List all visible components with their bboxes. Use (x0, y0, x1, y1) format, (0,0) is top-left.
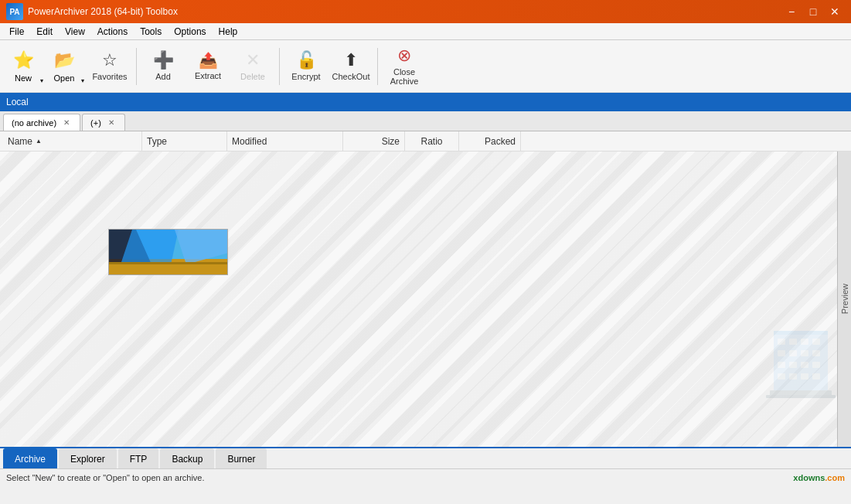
col-packed-label: Packed (485, 136, 516, 147)
svg-rect-11 (812, 339, 820, 345)
svg-rect-9 (789, 339, 797, 345)
tab-row: (no archive) ✕ (+) ✕ (0, 111, 851, 131)
thumbnail-image (108, 229, 228, 275)
tab-no-archive[interactable]: (no archive) ✕ (3, 114, 80, 131)
column-headers: Name ▲ Type Modified Size Ratio Packed (0, 131, 851, 152)
col-header-size[interactable]: Size (343, 131, 405, 151)
close-archive-label: Close Archive (383, 67, 426, 86)
title-bar-controls: − □ ✕ (781, 4, 845, 19)
bottom-tab-ftp[interactable]: FTP (118, 448, 159, 468)
new-label: New (15, 73, 32, 83)
col-header-modified[interactable]: Modified (227, 131, 343, 151)
svg-rect-22 (801, 373, 808, 380)
menu-help[interactable]: Help (213, 23, 244, 39)
svg-rect-15 (812, 350, 820, 356)
tab-plus-close[interactable]: ✕ (106, 117, 117, 128)
svg-rect-20 (778, 373, 785, 380)
svg-rect-12 (778, 350, 785, 356)
menu-view[interactable]: View (59, 23, 91, 39)
bottom-tab-archive-label: Archive (15, 454, 46, 465)
checkout-label: CheckOut (332, 72, 370, 81)
bottom-tab-ftp-label: FTP (130, 454, 148, 465)
bottom-tab-backup-label: Backup (172, 454, 203, 465)
bottom-tab-explorer[interactable]: Explorer (59, 448, 117, 468)
extract-icon: 📤 (199, 53, 218, 68)
watermark-illustration (766, 315, 836, 400)
tab-no-archive-label: (no archive) (12, 118, 56, 128)
encrypt-label: Encrypt (291, 72, 320, 81)
toolbar: ⭐ New ▾ 📂 Open ▾ ☆ Favorites ➕ Add 📤 Ext… (0, 40, 851, 93)
favorites-icon: ☆ (102, 52, 117, 69)
delete-icon: ✕ (246, 52, 260, 69)
maximize-button[interactable]: □ (803, 4, 823, 19)
title-bar: PA PowerArchiver 2018 (64-bit) Toolbox −… (0, 0, 851, 23)
toolbar-separator-3 (377, 48, 378, 85)
tab-no-archive-close[interactable]: ✕ (61, 117, 72, 128)
extract-label: Extract (195, 71, 221, 80)
bottom-tabs: Archive Explorer FTP Backup Burner (0, 447, 851, 468)
toolbar-separator-2 (279, 48, 280, 85)
svg-rect-21 (789, 373, 797, 380)
delete-button[interactable]: ✕ Delete (231, 44, 274, 89)
window-title: PowerArchiver 2018 (64-bit) Toolbox (28, 6, 178, 17)
new-arrow-button[interactable]: ▾ (40, 44, 46, 89)
minimize-button[interactable]: − (781, 4, 802, 19)
tab-plus-label: (+) (90, 118, 101, 128)
col-header-packed[interactable]: Packed (459, 131, 521, 151)
menu-actions[interactable]: Actions (91, 23, 134, 39)
col-header-ratio[interactable]: Ratio (405, 131, 459, 151)
col-header-type[interactable]: Type (142, 131, 227, 151)
svg-rect-14 (801, 350, 808, 356)
svg-rect-5 (109, 262, 228, 264)
favorites-button[interactable]: ☆ Favorites (88, 44, 131, 89)
svg-rect-13 (789, 350, 797, 356)
open-arrow-button[interactable]: ▾ (81, 44, 87, 89)
preview-label: Preview (840, 284, 849, 314)
svg-rect-10 (801, 339, 808, 345)
app-icon: PA (6, 3, 23, 20)
col-size-label: Size (382, 136, 400, 147)
main-content-area: Preview (0, 152, 851, 447)
close-archive-icon: ⊗ (397, 47, 411, 64)
bottom-tab-archive[interactable]: Archive (3, 448, 57, 468)
new-main-button[interactable]: ⭐ New (6, 44, 40, 89)
checkout-icon: ⬆ (344, 52, 358, 69)
svg-rect-7 (774, 331, 828, 335)
svg-rect-16 (778, 362, 785, 368)
menu-file[interactable]: File (3, 23, 30, 39)
tab-plus[interactable]: (+) ✕ (82, 114, 125, 131)
col-ratio-label: Ratio (420, 136, 442, 147)
close-button[interactable]: ✕ (825, 4, 845, 19)
open-split-button[interactable]: 📂 Open ▾ (47, 44, 87, 89)
svg-rect-17 (789, 362, 797, 368)
menu-tools[interactable]: Tools (134, 23, 168, 39)
bottom-tab-backup[interactable]: Backup (160, 448, 214, 468)
svg-rect-19 (812, 362, 820, 368)
open-main-button[interactable]: 📂 Open (47, 44, 81, 89)
bottom-tab-burner[interactable]: Burner (216, 448, 267, 468)
col-modified-label: Modified (232, 136, 267, 147)
checkout-button[interactable]: ⬆ CheckOut (329, 44, 373, 89)
menu-options[interactable]: Options (168, 23, 212, 39)
toolbar-separator-1 (136, 48, 137, 85)
new-icon: ⭐ (13, 50, 34, 70)
col-name-label: Name (8, 136, 32, 147)
new-split-button[interactable]: ⭐ New ▾ (6, 44, 46, 89)
open-label: Open (54, 73, 75, 83)
col-name-sort-icon: ▲ (36, 138, 42, 145)
local-label: Local (6, 97, 29, 107)
menu-edit[interactable]: Edit (30, 23, 59, 39)
menu-bar: File Edit View Actions Tools Options Hel… (0, 23, 851, 40)
open-icon: 📂 (54, 50, 75, 70)
brand-logo: xdowns.com (793, 473, 845, 482)
col-header-name[interactable]: Name ▲ (3, 131, 142, 151)
close-archive-button[interactable]: ⊗ Close Archive (383, 44, 426, 89)
preview-panel[interactable]: Preview (837, 152, 851, 447)
extract-button[interactable]: 📤 Extract (186, 44, 230, 89)
encrypt-button[interactable]: 🔓 Encrypt (284, 44, 328, 89)
col-type-label: Type (147, 136, 167, 147)
add-icon: ➕ (153, 52, 174, 69)
add-button[interactable]: ➕ Add (141, 44, 185, 89)
bottom-tab-explorer-label: Explorer (70, 454, 105, 465)
svg-rect-23 (812, 373, 820, 380)
